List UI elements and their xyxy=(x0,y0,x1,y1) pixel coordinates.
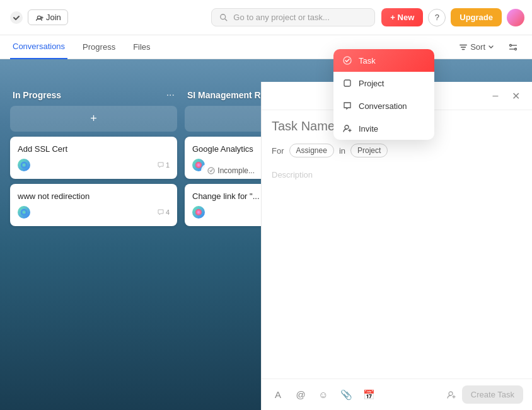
project-pill[interactable]: Project xyxy=(350,144,388,157)
close-button[interactable]: ✕ xyxy=(508,88,523,103)
svg-point-9 xyxy=(21,209,27,215)
svg-point-1 xyxy=(221,14,226,19)
description-area[interactable]: Description xyxy=(262,162,532,379)
incomplete-badge: Incomple... xyxy=(201,164,261,178)
upgrade-button[interactable]: Upgrade xyxy=(451,8,502,26)
chevron-down-icon xyxy=(488,44,494,50)
column-in-progress: In Progress ··· + Add SSL Cert 1 xyxy=(10,89,177,402)
new-dropdown-menu: Task Project Conversation Invite xyxy=(333,49,434,140)
card-footer: 4 xyxy=(18,206,170,219)
card-icon xyxy=(192,206,205,219)
emoji-icon[interactable]: ☺ xyxy=(316,387,331,402)
avatar[interactable] xyxy=(507,9,524,26)
assign-button[interactable] xyxy=(447,390,456,399)
card-comment-count: 4 xyxy=(158,208,170,216)
footer-right: Create Task xyxy=(447,385,523,404)
svg-point-0 xyxy=(10,11,23,24)
dropdown-item-project[interactable]: Project xyxy=(333,72,434,94)
attachment-icon[interactable]: 📎 xyxy=(338,387,354,402)
card-icon xyxy=(18,159,30,171)
card-footer: 1 xyxy=(18,159,170,171)
column-more-icon[interactable]: ··· xyxy=(166,89,175,101)
svg-point-11 xyxy=(195,209,202,215)
calendar-icon[interactable]: 📅 xyxy=(361,387,376,402)
dropdown-item-task[interactable]: Task xyxy=(333,49,434,72)
assignee-pill[interactable]: Assignee xyxy=(289,144,334,157)
tab-files[interactable]: Files xyxy=(130,35,153,59)
invite-icon xyxy=(342,123,352,134)
sub-navigation: Conversations Progress Files Sort xyxy=(0,35,532,59)
svg-point-14 xyxy=(345,125,349,129)
svg-point-10 xyxy=(195,162,202,168)
top-navigation: Join Go to any project or task... + New … xyxy=(0,0,532,35)
search-icon xyxy=(219,13,228,22)
join-button[interactable]: Join xyxy=(28,9,68,25)
task-for-row: For Assignee in Project xyxy=(262,139,532,162)
footer-icons: A @ ☺ 📎 📅 xyxy=(270,387,376,402)
create-task-button[interactable]: Create Task xyxy=(462,385,523,404)
mention-icon[interactable]: @ xyxy=(293,387,308,402)
add-card-button-in-progress[interactable]: + xyxy=(10,106,177,132)
tab-progress[interactable]: Progress xyxy=(80,35,118,59)
text-format-icon[interactable]: A xyxy=(270,387,286,402)
filter-button[interactable] xyxy=(504,38,522,56)
svg-point-8 xyxy=(21,162,27,168)
card-www-redirect[interactable]: www not redirection 4 xyxy=(10,184,177,226)
sort-button[interactable]: Sort xyxy=(454,40,499,54)
tab-conversations[interactable]: Conversations xyxy=(10,35,67,59)
new-button[interactable]: + New xyxy=(381,8,423,26)
card-icon xyxy=(18,206,30,219)
minimize-button[interactable]: – xyxy=(488,88,503,103)
task-check-icon xyxy=(342,55,352,65)
conversation-icon xyxy=(342,101,352,111)
card-comment-count: 1 xyxy=(158,161,170,169)
task-panel-footer: A @ ☺ 📎 📅 Create Task xyxy=(262,379,532,410)
project-icon xyxy=(342,78,352,88)
svg-point-2 xyxy=(510,44,512,46)
svg-point-15 xyxy=(449,392,453,396)
sort-icon xyxy=(459,43,468,52)
add-person-icon xyxy=(447,390,456,399)
panel-actions: – ✕ xyxy=(488,88,523,103)
help-button[interactable]: ? xyxy=(428,9,446,26)
dropdown-item-invite[interactable]: Invite xyxy=(333,117,434,140)
app-logo xyxy=(8,9,25,26)
svg-point-3 xyxy=(515,48,517,50)
dropdown-item-conversation[interactable]: Conversation xyxy=(333,94,434,117)
svg-rect-13 xyxy=(344,80,350,86)
search-bar[interactable]: Go to any project or task... xyxy=(211,8,375,26)
card-add-ssl[interactable]: Add SSL Cert 1 xyxy=(10,137,177,179)
column-header-in-progress: In Progress ··· xyxy=(10,89,177,101)
